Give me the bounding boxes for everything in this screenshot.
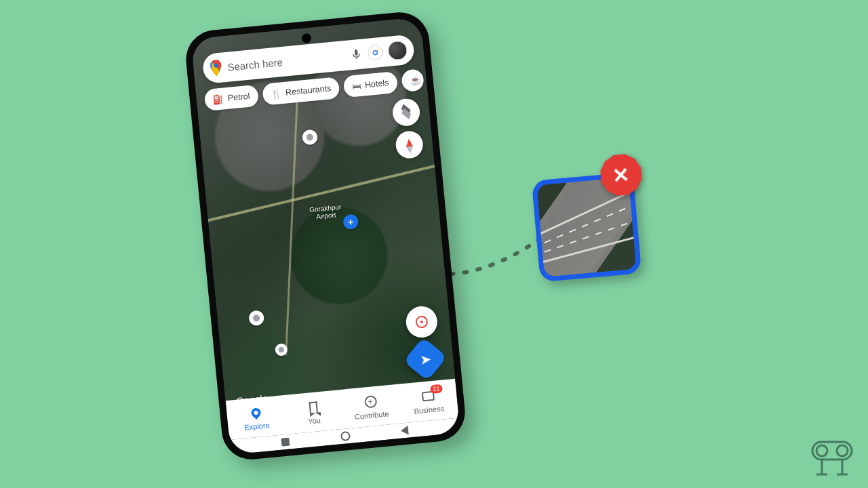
you-icon [305,399,321,415]
svg-point-1 [373,51,377,55]
nav-you[interactable]: You [283,390,344,434]
svg-rect-3 [812,442,852,460]
explore-icon [248,405,264,421]
search-placeholder: Search here [227,50,346,73]
lens-icon[interactable] [367,45,383,61]
google-maps-logo-icon [209,60,222,77]
android-back-icon[interactable] [401,426,409,436]
nav-business[interactable]: 11 Business [397,379,458,424]
petrol-icon: ⛽ [212,94,224,104]
phone-mockup: Search here ⛽ Petrol 🍴 Restaurants 🛏 Hot… [183,9,467,462]
svg-point-5 [837,445,848,456]
restaurant-icon: 🍴 [271,88,282,99]
android-recents-icon[interactable] [281,438,290,447]
nav-label: Contribute [354,409,389,421]
svg-point-2 [377,49,379,52]
close-icon: ✕ [599,152,643,197]
nav-label: Business [414,404,445,415]
airport-label: Gorakhpur Airport [309,203,342,221]
nav-contribute[interactable]: + Contribute [340,384,401,429]
layers-icon [399,106,413,119]
nav-label: Explore [244,421,270,432]
microphone-icon[interactable] [350,48,363,62]
remove-badge[interactable]: ✕ [599,152,643,197]
directions-icon: ➤ [418,350,431,368]
chip-more[interactable]: ☕ [401,68,425,92]
hotel-icon: 🛏 [351,81,361,92]
phone-screen: Search here ⛽ Petrol 🍴 Restaurants 🛏 Hot… [191,17,460,455]
compass-icon [406,138,413,147]
more-icon: ☕ [409,75,420,85]
target-icon [415,315,429,329]
profile-avatar[interactable] [387,40,408,61]
site-watermark-icon [808,441,856,479]
nav-explore[interactable]: Explore [226,395,287,440]
notification-badge: 11 [430,384,443,394]
contribute-icon: + [362,393,378,409]
chip-label: Petrol [227,92,250,103]
nav-label: You [308,415,321,425]
svg-point-4 [816,445,827,456]
android-home-icon[interactable] [340,431,350,441]
chip-label: Hotels [364,78,389,89]
chip-label: Restaurants [285,83,331,97]
